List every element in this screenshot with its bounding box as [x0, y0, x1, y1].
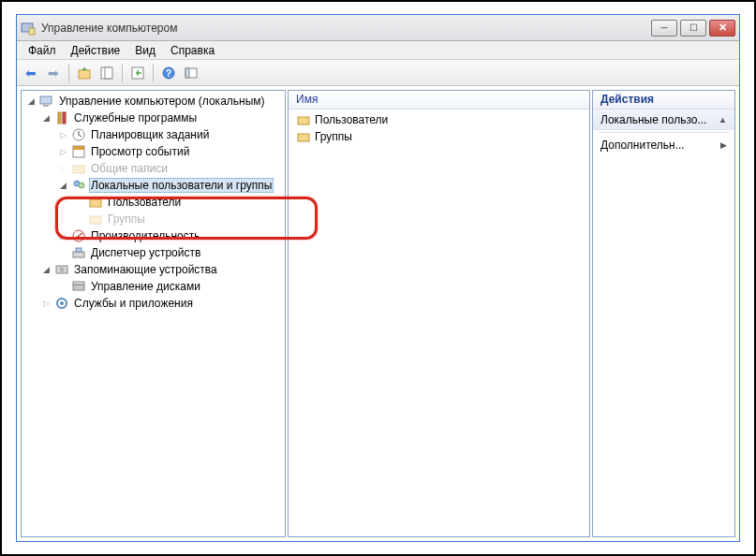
folder-icon	[71, 161, 86, 176]
actions-header: Действия	[593, 91, 734, 110]
divider	[599, 132, 729, 133]
clock-icon	[71, 127, 86, 142]
tree-local-users-groups[interactable]: ◢ Локальные пользователи и группы	[22, 177, 285, 194]
separator	[122, 64, 123, 82]
titlebar: Управление компьютером ─ ☐ ✕	[17, 15, 739, 41]
tree-users[interactable]: Пользователи	[22, 194, 285, 211]
tree-performance[interactable]: ▷ Производительность	[22, 227, 285, 244]
collapse-icon[interactable]: ◢	[25, 95, 37, 107]
list-item[interactable]: Группы	[289, 128, 589, 145]
svg-text:?: ?	[166, 68, 171, 79]
collapse-icon[interactable]: ◢	[40, 264, 52, 275]
svg-rect-17	[73, 166, 84, 173]
users-icon	[71, 178, 86, 193]
refresh-button[interactable]	[127, 63, 148, 83]
collapse-icon[interactable]: ▲	[719, 115, 727, 124]
action-more-label: Дополнительн...	[600, 139, 685, 152]
svg-rect-16	[73, 146, 84, 150]
svg-point-30	[60, 301, 64, 305]
svg-rect-23	[73, 252, 84, 257]
tree-storage[interactable]: ◢ Запоминающие устройства	[22, 261, 285, 278]
window-title: Управление компьютером	[41, 22, 651, 35]
menu-action[interactable]: Действие	[64, 42, 128, 59]
menu-help[interactable]: Справка	[163, 42, 222, 59]
svg-rect-32	[298, 134, 309, 141]
tree-root[interactable]: ◢ Управление компьютером (локальным)	[22, 93, 285, 110]
svg-rect-1	[29, 28, 35, 35]
actions-pane: Действия Локальные пользо... ▲ Дополните…	[592, 90, 735, 537]
properties-button[interactable]	[96, 63, 117, 83]
separator	[153, 64, 154, 82]
action-selected[interactable]: Локальные пользо... ▲	[593, 110, 734, 130]
close-button[interactable]: ✕	[709, 20, 735, 37]
maximize-button[interactable]: ☐	[680, 20, 706, 37]
collapse-icon[interactable]: ◢	[57, 180, 68, 191]
svg-point-26	[60, 268, 65, 272]
tree-pane: ◢ Управление компьютером (локальным) ◢ С…	[21, 90, 286, 537]
events-icon	[71, 144, 86, 159]
minimize-button[interactable]: ─	[651, 20, 677, 37]
tree-services[interactable]: ▷ Службы и приложения	[22, 295, 285, 312]
expand-icon[interactable]: ▷	[57, 230, 68, 241]
menu-view[interactable]: Вид	[127, 42, 163, 59]
svg-rect-9	[185, 68, 189, 78]
svg-rect-12	[58, 112, 61, 124]
folder-icon	[88, 212, 103, 227]
list-item[interactable]: Пользователи	[289, 111, 589, 128]
svg-rect-13	[63, 112, 66, 124]
device-icon	[71, 245, 86, 260]
folder-icon	[296, 112, 311, 127]
tree-scheduler[interactable]: ▷ Планировщик заданий	[22, 126, 285, 143]
expand-icon[interactable]: ▷	[57, 163, 68, 174]
help-button[interactable]: ?	[158, 63, 179, 83]
svg-rect-2	[79, 70, 90, 79]
tree-groups[interactable]: Группы	[22, 211, 285, 227]
tree-device-manager[interactable]: Диспетчер устройств	[22, 244, 285, 261]
svg-point-19	[79, 183, 84, 188]
svg-rect-21	[90, 216, 101, 224]
disk-icon	[71, 279, 86, 294]
svg-rect-4	[105, 67, 112, 79]
svg-rect-28	[73, 282, 84, 285]
expand-icon[interactable]: ▷	[40, 298, 52, 309]
toolbar: ⬅ ➡ ?	[17, 60, 739, 86]
tree-shared[interactable]: ▷ Общие паписи	[22, 160, 285, 177]
list-pane: Имя Пользователи Группы	[288, 90, 590, 537]
collapse-icon[interactable]: ◢	[40, 112, 52, 124]
list-item-label: Группы	[315, 130, 352, 143]
folder-icon	[296, 129, 311, 144]
expand-icon[interactable]: ▷	[57, 129, 68, 140]
svg-rect-27	[73, 285, 84, 290]
separator	[68, 64, 69, 82]
svg-rect-10	[40, 96, 52, 104]
back-button[interactable]: ⬅	[21, 63, 41, 83]
tree-utilities[interactable]: ◢ Служебные программы	[22, 110, 285, 126]
up-button[interactable]	[74, 63, 95, 83]
chevron-right-icon: ▶	[720, 140, 727, 150]
menubar: Файл Действие Вид Справка	[17, 41, 739, 60]
services-icon	[54, 296, 69, 311]
storage-icon	[54, 262, 69, 277]
forward-button[interactable]: ➡	[43, 63, 64, 83]
list-item-label: Пользователи	[315, 113, 388, 126]
tree-events[interactable]: ▷ Просмотр событий	[22, 143, 285, 160]
menu-file[interactable]: Файл	[21, 42, 64, 59]
folder-icon	[88, 195, 103, 210]
show-hide-button[interactable]	[181, 63, 201, 83]
app-icon	[21, 21, 36, 36]
action-more[interactable]: Дополнительн... ▶	[593, 135, 734, 155]
svg-rect-24	[76, 248, 82, 252]
tree-disk-management[interactable]: Управление дисками	[22, 278, 285, 295]
computer-icon	[39, 94, 54, 109]
svg-rect-31	[298, 117, 309, 124]
column-header-name[interactable]: Имя	[289, 91, 589, 110]
tools-icon	[54, 110, 69, 125]
perf-icon	[71, 228, 86, 243]
svg-rect-20	[90, 199, 101, 207]
action-selected-label: Локальные пользо...	[600, 113, 706, 126]
expand-icon[interactable]: ▷	[57, 146, 68, 157]
svg-rect-11	[43, 105, 49, 107]
